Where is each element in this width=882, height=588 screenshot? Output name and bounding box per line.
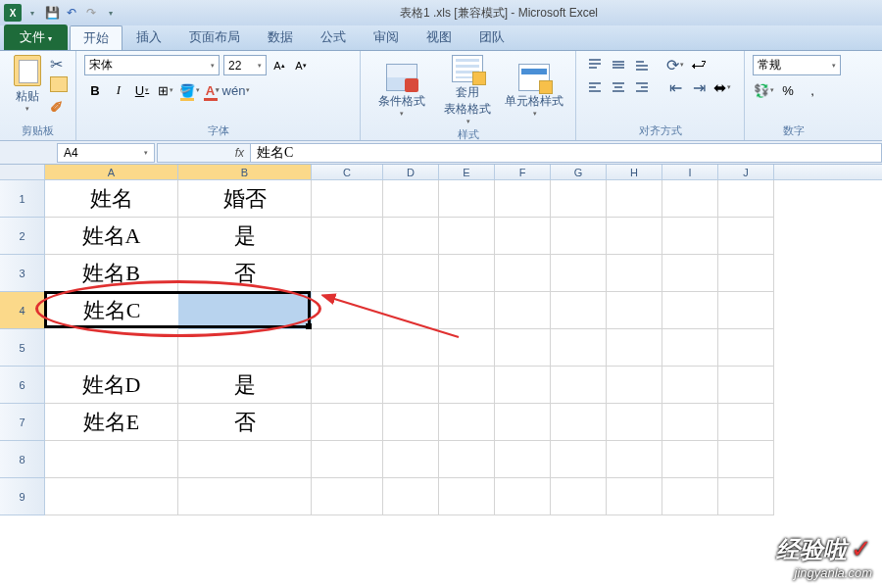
formula-input[interactable]: 姓名C bbox=[251, 143, 882, 163]
paste-button[interactable]: 粘贴 ▾ bbox=[8, 55, 46, 122]
cell-G2[interactable] bbox=[551, 218, 607, 255]
align-top-icon[interactable] bbox=[584, 55, 606, 74]
column-header-E[interactable]: E bbox=[439, 165, 495, 179]
row-header-5[interactable]: 5 bbox=[0, 329, 45, 367]
tab-pagelayout[interactable]: 页面布局 bbox=[175, 24, 254, 50]
cell-C7[interactable] bbox=[312, 404, 383, 441]
conditional-format-button[interactable]: 条件格式▾ bbox=[371, 64, 432, 118]
cell-J8[interactable] bbox=[718, 441, 774, 478]
cell-J7[interactable] bbox=[718, 404, 774, 441]
cell-B9[interactable] bbox=[178, 478, 312, 515]
tab-file[interactable]: 文件▾ bbox=[4, 24, 68, 50]
cell-H9[interactable] bbox=[607, 478, 662, 515]
phonetic-button[interactable]: wén▾ bbox=[225, 79, 247, 101]
cell-G6[interactable] bbox=[551, 367, 607, 404]
cell-C4[interactable] bbox=[312, 292, 383, 329]
cell-G5[interactable] bbox=[551, 329, 607, 367]
cell-H1[interactable] bbox=[607, 180, 662, 218]
cell-D9[interactable] bbox=[383, 478, 439, 515]
column-header-F[interactable]: F bbox=[495, 165, 551, 179]
cell-C5[interactable] bbox=[312, 329, 383, 367]
align-middle-icon[interactable] bbox=[608, 55, 629, 74]
row-header-1[interactable]: 1 bbox=[0, 180, 45, 218]
tab-team[interactable]: 团队 bbox=[466, 24, 518, 50]
cell-F1[interactable] bbox=[495, 180, 551, 218]
cell-F8[interactable] bbox=[495, 441, 551, 478]
cell-I6[interactable] bbox=[662, 367, 718, 404]
qat-more-icon[interactable]: ▾ bbox=[102, 4, 120, 22]
cell-B7[interactable]: 否 bbox=[178, 404, 312, 441]
row-header-2[interactable]: 2 bbox=[0, 218, 45, 255]
comma-format-icon[interactable]: , bbox=[802, 79, 823, 101]
italic-button[interactable]: I bbox=[108, 79, 129, 101]
cell-F5[interactable] bbox=[495, 329, 551, 367]
cell-I2[interactable] bbox=[662, 218, 718, 255]
cell-B1[interactable]: 婚否 bbox=[178, 180, 312, 218]
align-right-icon[interactable] bbox=[631, 77, 653, 97]
redo-icon[interactable]: ↷ bbox=[82, 4, 100, 22]
cell-I3[interactable] bbox=[662, 255, 718, 292]
column-header-D[interactable]: D bbox=[383, 165, 439, 179]
cell-C8[interactable] bbox=[312, 441, 383, 478]
cell-E4[interactable] bbox=[439, 292, 495, 329]
increase-font-icon[interactable]: A▴ bbox=[270, 57, 288, 74]
cell-H3[interactable] bbox=[607, 255, 662, 292]
cell-I9[interactable] bbox=[662, 478, 718, 515]
row-header-9[interactable]: 9 bbox=[0, 478, 45, 515]
cell-H8[interactable] bbox=[607, 441, 662, 478]
format-as-table-button[interactable]: 套用 表格格式▾ bbox=[437, 55, 498, 125]
row-header-6[interactable]: 6 bbox=[0, 367, 45, 404]
cell-J5[interactable] bbox=[718, 329, 774, 367]
cell-D4[interactable] bbox=[383, 292, 439, 329]
cell-D6[interactable] bbox=[383, 367, 439, 404]
cell-A1[interactable]: 姓名 bbox=[45, 180, 178, 218]
tab-data[interactable]: 数据 bbox=[254, 24, 307, 50]
cell-A2[interactable]: 姓名A bbox=[45, 218, 178, 255]
column-header-H[interactable]: H bbox=[607, 165, 662, 179]
column-header-B[interactable]: B bbox=[178, 165, 312, 179]
cell-A3[interactable]: 姓名B bbox=[45, 255, 178, 292]
fill-color-button[interactable]: 🪣▾ bbox=[178, 79, 200, 101]
cell-I1[interactable] bbox=[662, 180, 718, 218]
cell-J6[interactable] bbox=[718, 367, 774, 404]
tab-formulas[interactable]: 公式 bbox=[307, 24, 360, 50]
copy-icon[interactable] bbox=[50, 76, 68, 92]
save-icon[interactable]: 💾 bbox=[43, 4, 61, 22]
percent-format-icon[interactable]: % bbox=[777, 79, 799, 101]
column-header-I[interactable]: I bbox=[662, 165, 718, 179]
orientation-icon[interactable]: ⟳▾ bbox=[664, 55, 686, 74]
increase-indent-icon[interactable]: ⇥ bbox=[688, 77, 710, 97]
cell-G8[interactable] bbox=[551, 441, 607, 478]
cell-I4[interactable] bbox=[662, 292, 718, 329]
cell-D1[interactable] bbox=[383, 180, 439, 218]
cell-F6[interactable] bbox=[495, 367, 551, 404]
cell-C2[interactable] bbox=[312, 218, 383, 255]
decrease-font-icon[interactable]: A▾ bbox=[292, 57, 310, 74]
cell-C3[interactable] bbox=[312, 255, 383, 292]
cell-A9[interactable] bbox=[45, 478, 178, 515]
cell-H5[interactable] bbox=[607, 329, 662, 367]
cell-B5[interactable] bbox=[178, 329, 312, 367]
column-header-G[interactable]: G bbox=[551, 165, 607, 179]
border-button[interactable]: ⊞▾ bbox=[155, 79, 176, 101]
cell-J3[interactable] bbox=[718, 255, 774, 292]
cell-B3[interactable]: 否 bbox=[178, 255, 312, 292]
cell-E8[interactable] bbox=[439, 441, 495, 478]
cell-F9[interactable] bbox=[495, 478, 551, 515]
tab-home[interactable]: 开始 bbox=[70, 25, 122, 50]
font-name-select[interactable]: 宋体▾ bbox=[84, 55, 220, 75]
row-header-7[interactable]: 7 bbox=[0, 404, 45, 441]
qat-dropdown-icon[interactable]: ▾ bbox=[24, 4, 41, 22]
cell-B8[interactable] bbox=[178, 441, 312, 478]
cell-F2[interactable] bbox=[495, 218, 551, 255]
cell-E9[interactable] bbox=[439, 478, 495, 515]
select-all-corner[interactable] bbox=[0, 165, 45, 180]
cell-H2[interactable] bbox=[607, 218, 662, 255]
row-header-8[interactable]: 8 bbox=[0, 441, 45, 478]
cell-J2[interactable] bbox=[718, 218, 774, 255]
tab-review[interactable]: 审阅 bbox=[360, 24, 413, 50]
cell-G4[interactable] bbox=[551, 292, 607, 329]
cell-F7[interactable] bbox=[495, 404, 551, 441]
cell-E2[interactable] bbox=[439, 218, 495, 255]
cell-A4[interactable]: 姓名C bbox=[45, 292, 178, 329]
